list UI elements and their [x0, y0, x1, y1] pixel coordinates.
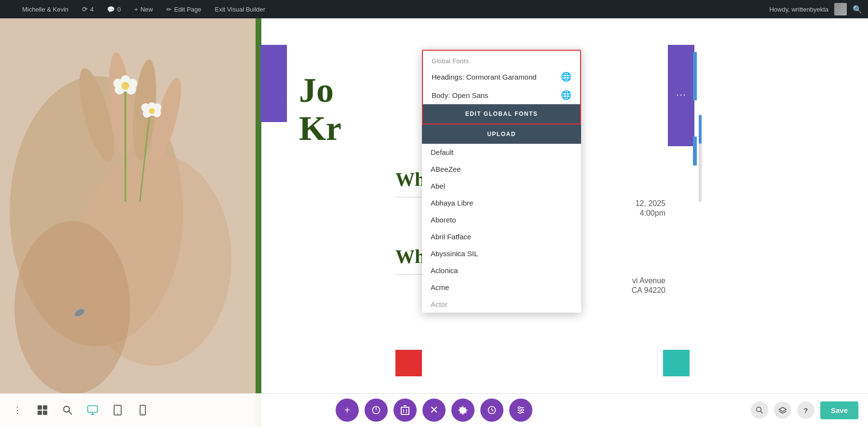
font-item-aboreto[interactable]: Aboreto: [422, 211, 581, 228]
svg-point-52: [521, 409, 523, 411]
font-panel: Global Fonts Headings: Cormorant Garamon…: [422, 50, 581, 313]
event-time: 4:00pm: [640, 209, 665, 218]
history-button[interactable]: [480, 399, 503, 422]
desktop-icon: [87, 405, 98, 415]
history-icon: [487, 405, 497, 415]
headings-font-row: Headings: Cormorant Garamond 🌐: [423, 68, 580, 86]
svg-rect-27: [43, 405, 47, 410]
upload-button[interactable]: UPLOAD: [422, 124, 581, 144]
help-button[interactable]: ?: [797, 401, 814, 419]
dots-menu-mid[interactable]: ⋮: [688, 138, 698, 148]
settings-button[interactable]: [509, 399, 532, 422]
power-icon: [371, 405, 381, 415]
font-item-abeezee[interactable]: ABeeZee: [422, 161, 581, 178]
revisions-icon: ⟳: [82, 5, 88, 13]
mobile-icon: [139, 405, 146, 415]
plus-icon: +: [135, 6, 138, 13]
font-item-abel[interactable]: Abel: [422, 178, 581, 194]
main-area: Jo Kr Jo Kr Wh Wh 12, 2025 4:00pm vi Ave…: [0, 18, 868, 427]
page-title-top: Jo Kr: [299, 71, 341, 148]
gear-button[interactable]: [451, 399, 475, 422]
tablet-view-button[interactable]: [110, 402, 125, 418]
dots-menu-button[interactable]: ⋮: [10, 402, 25, 418]
mobile-view-button[interactable]: [135, 402, 150, 418]
tablet-icon: [113, 405, 122, 415]
venue-line1: vi Avenue: [632, 276, 665, 285]
hands-flowers-svg: [0, 18, 256, 427]
font-item-abhaya-libre[interactable]: Abhaya Libre: [422, 194, 581, 211]
font-item-default[interactable]: Default: [422, 144, 581, 161]
admin-bar: Michelle & Kevin ⟳ 4 💬 0 + New ✏ Edit Pa…: [0, 0, 868, 18]
save-button[interactable]: Save: [820, 401, 858, 419]
blue-accent-top: [693, 52, 697, 100]
svg-point-30: [64, 406, 69, 412]
scrollbar-thumb[interactable]: [699, 115, 702, 144]
svg-point-4: [14, 221, 130, 395]
edit-page-label: Edit Page: [174, 6, 201, 13]
exit-label: Exit Visual Builder: [215, 6, 266, 13]
new-label: New: [140, 6, 153, 13]
svg-rect-28: [38, 411, 42, 415]
avatar[interactable]: [834, 3, 847, 15]
close-button[interactable]: ✕: [422, 399, 446, 422]
toolbar-center: + ✕: [336, 399, 532, 422]
scrollbar-track[interactable]: [699, 115, 702, 202]
teal-box: [663, 350, 690, 376]
exit-builder-item[interactable]: Exit Visual Builder: [212, 0, 269, 18]
purple-box-left-top: [260, 45, 287, 122]
section1-heading: Wh: [395, 168, 425, 191]
svg-point-53: [519, 412, 521, 413]
global-fonts-section: Global Fonts Headings: Cormorant Garamon…: [422, 50, 581, 124]
font-item-aclonica[interactable]: Aclonica: [422, 262, 581, 279]
search-button[interactable]: [60, 402, 75, 418]
svg-point-38: [142, 413, 143, 414]
site-name[interactable]: Michelle & Kevin: [19, 0, 71, 18]
revisions-item[interactable]: ⟳ 4: [79, 0, 96, 18]
toolbar-left: ⋮: [10, 402, 150, 418]
svg-rect-29: [43, 411, 47, 415]
svg-point-36: [117, 413, 118, 414]
svg-line-31: [69, 412, 72, 414]
search-right-icon: [756, 406, 763, 414]
comments-count: 0: [117, 6, 121, 13]
add-button[interactable]: +: [336, 399, 359, 422]
new-item[interactable]: + New: [132, 0, 156, 18]
svg-rect-41: [401, 407, 409, 414]
svg-rect-32: [88, 406, 97, 413]
layers-icon: [778, 406, 787, 414]
desktop-view-button[interactable]: [85, 402, 100, 418]
body-globe-icon[interactable]: 🌐: [561, 90, 571, 100]
headings-font-label: Headings: Cormorant Garamond: [432, 73, 537, 81]
comments-item[interactable]: 💬 0: [104, 0, 123, 18]
section2-heading: Wh: [395, 245, 425, 268]
trash-button[interactable]: [393, 399, 417, 422]
admin-search-icon[interactable]: 🔍: [853, 5, 862, 14]
global-fonts-header: Global Fonts: [423, 51, 580, 68]
svg-point-24: [149, 108, 155, 114]
edit-page-item[interactable]: ✏ Edit Page: [163, 0, 204, 18]
sliders-icon: [516, 405, 526, 415]
bottom-toolbar: ⋮: [0, 393, 868, 427]
svg-rect-26: [38, 405, 42, 410]
font-item-actor[interactable]: Actor: [422, 296, 581, 313]
body-font-label: Body: Open Sans: [432, 91, 488, 99]
wordpress-logo[interactable]: [6, 0, 12, 18]
layers-button[interactable]: [774, 401, 791, 419]
power-button[interactable]: [365, 399, 388, 422]
svg-point-51: [518, 407, 520, 409]
grid-view-button[interactable]: [35, 402, 50, 418]
revisions-count: 4: [90, 6, 94, 13]
font-item-abyssinica-sil[interactable]: Abyssinica SIL: [422, 245, 581, 262]
search-right-button[interactable]: [751, 401, 768, 419]
event-date: 12, 2025: [636, 199, 665, 208]
three-dots-icon[interactable]: ⋮: [676, 90, 687, 101]
headings-globe-icon[interactable]: 🌐: [561, 71, 571, 82]
comment-icon: 💬: [107, 6, 115, 13]
toolbar-right: ? Save: [751, 401, 858, 419]
font-item-abril-fatface[interactable]: Abril Fatface: [422, 228, 581, 245]
hands-visual: [0, 18, 256, 427]
font-item-acme[interactable]: Acme: [422, 279, 581, 296]
svg-point-54: [757, 407, 761, 412]
edit-global-fonts-button[interactable]: EDIT GLOBAL FONTS: [423, 104, 580, 124]
page-canvas: Jo Kr Jo Kr Wh Wh 12, 2025 4:00pm vi Ave…: [0, 18, 868, 427]
